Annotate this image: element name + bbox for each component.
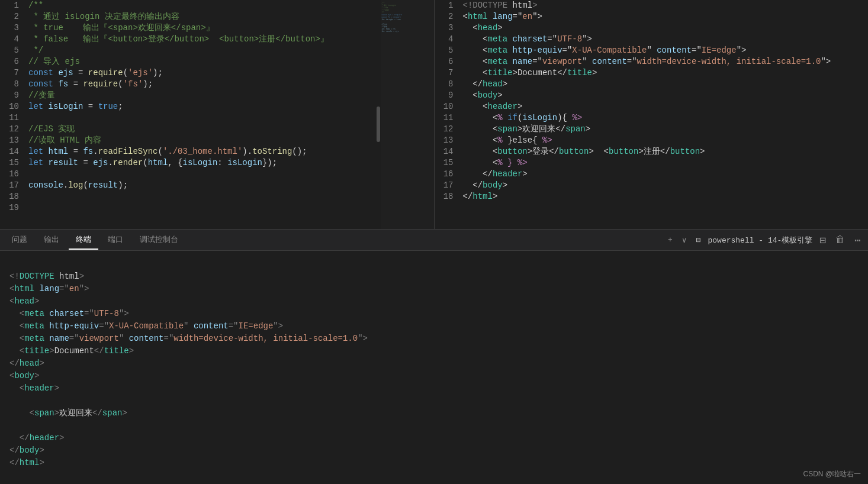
add-terminal-button[interactable]: +	[666, 234, 675, 246]
left-minimap: /*** 通过 isLogin* true* false*/ const ejs…	[381, 0, 434, 229]
left-code-line-7: const ejs = require('ejs');	[28, 67, 376, 79]
left-code-line-10: let isLogin = true;	[28, 101, 376, 112]
delete-terminal-button[interactable]: 🗑	[833, 233, 847, 247]
left-code-line-5: */	[28, 45, 376, 56]
left-code-line-17: console.log(result);	[28, 180, 376, 191]
right-code-line-6: <meta name="viewport" content="width=dev…	[463, 56, 869, 67]
left-code-line-18	[28, 191, 376, 202]
left-code-line-8: const fs = require('fs');	[28, 79, 376, 90]
right-code-line-15: <% } %>	[463, 157, 869, 169]
right-editor-pane: 12345 678910 1112131415 161718 <!DOCTYPE…	[435, 0, 869, 229]
left-code-line-15: let result = ejs.render(html, {isLogin: …	[28, 157, 376, 169]
right-code-container: 12345 678910 1112131415 161718 <!DOCTYPE…	[435, 0, 869, 229]
left-code-line-3: * true 输出『<span>欢迎回来</span>』	[28, 22, 376, 34]
right-code-line-14: <button>登录</button> <button>注册</button>	[463, 146, 869, 157]
split-terminal-button[interactable]: ⊟	[817, 233, 828, 248]
left-code-line-14: let html = fs.readFileSync('./03_home.ht…	[28, 146, 376, 157]
right-code-line-5: <meta http-equiv="X-UA-Compatible" conte…	[463, 45, 869, 56]
shell-label: powershell - 14-模板引擎	[708, 235, 812, 246]
right-code-content: <!DOCTYPE html> <html lang="en"> <head> …	[458, 0, 869, 229]
right-code-line-7: <title>Document</title>	[463, 67, 869, 79]
editor-area: 12345 678910 1112131415 16171819 /** * 通…	[0, 0, 868, 230]
left-code-content: /** * 通过 isLogin 决定最终的输出内容 * true 输出『<sp…	[24, 0, 376, 229]
chevron-down-icon[interactable]: ∨	[680, 234, 689, 246]
right-code-line-3: <head>	[463, 22, 869, 34]
tab-terminal[interactable]: 终端	[69, 231, 98, 250]
left-code-line-9: //变量	[28, 90, 376, 101]
right-code-line-16: </header>	[463, 169, 869, 180]
left-editor-pane: 12345 678910 1112131415 16171819 /** * 通…	[0, 0, 435, 229]
terminal-toolbar: + ∨ ⊟ powershell - 14-模板引擎 ⊟ 🗑 ⋯	[666, 233, 863, 248]
tab-debug-console[interactable]: 调试控制台	[133, 231, 185, 250]
tab-ports[interactable]: 端口	[101, 231, 130, 250]
right-code-line-8: </head>	[463, 79, 869, 90]
shell-indicator-icon: ⊟	[694, 234, 703, 246]
more-options-button[interactable]: ⋯	[852, 233, 863, 248]
right-code-line-12: <span>欢迎回来</span>	[463, 124, 869, 135]
right-code-line-10: <header>	[463, 101, 869, 112]
right-code-line-9: <body>	[463, 90, 869, 101]
left-scrollbar[interactable]	[376, 0, 381, 229]
left-code-line-6: // 导入 ejs	[28, 56, 376, 67]
left-code-line-11	[28, 112, 376, 124]
left-code-container: 12345 678910 1112131415 16171819 /** * 通…	[0, 0, 434, 229]
left-code-line-4: * false 输出『<button>登录</button> <button>注…	[28, 34, 376, 45]
terminal-content[interactable]: <!DOCTYPE html> <html lang="en"> <head> …	[0, 251, 868, 484]
minimap-preview: /*** 通过 isLogin* true* false*/ const ejs…	[381, 0, 434, 229]
left-code-line-13: //读取 HTML 内容	[28, 135, 376, 146]
tab-output[interactable]: 输出	[37, 231, 66, 250]
left-line-numbers: 12345 678910 1112131415 16171819	[0, 0, 24, 229]
left-scrollbar-thumb[interactable]	[377, 107, 380, 142]
left-code-line-12: //EJS 实现	[28, 124, 376, 135]
left-code-line-19	[28, 202, 376, 214]
right-code-line-4: <meta charset="UTF-8">	[463, 34, 869, 45]
right-line-numbers: 12345 678910 1112131415 161718	[435, 0, 458, 229]
right-code-line-1: <!DOCTYPE html>	[463, 0, 869, 11]
left-code-line-1: /**	[28, 0, 376, 11]
watermark: CSDN @啦哒右一	[803, 469, 861, 479]
tab-issues[interactable]: 问题	[5, 231, 34, 250]
right-code-line-17: </body>	[463, 180, 869, 191]
terminal-area: 问题 输出 终端 端口 调试控制台 + ∨ ⊟ powershell - 14-…	[0, 230, 868, 484]
right-code-line-2: <html lang="en">	[463, 11, 869, 22]
left-code-line-16	[28, 169, 376, 180]
right-code-line-18: </html>	[463, 191, 869, 202]
terminal-tab-bar: 问题 输出 终端 端口 调试控制台 + ∨ ⊟ powershell - 14-…	[0, 230, 868, 251]
left-code-line-2: * 通过 isLogin 决定最终的输出内容	[28, 11, 376, 22]
right-code-line-11: <% if(isLogin){ %>	[463, 112, 869, 124]
right-code-line-13: <% }else{ %>	[463, 135, 869, 146]
